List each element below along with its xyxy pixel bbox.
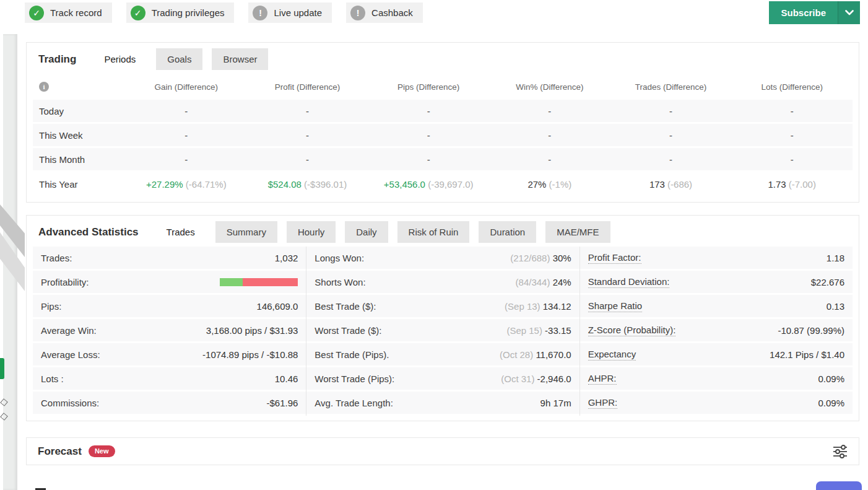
stat-row: Pips: 146,609.0: [33, 295, 306, 319]
stat-value: 146,609.0: [257, 301, 298, 312]
chip-label: Live update: [274, 7, 322, 18]
stat-label: Longs Won:: [315, 253, 364, 263]
tab-daily[interactable]: Daily: [345, 221, 388, 243]
stat-value: 1.18: [827, 253, 844, 263]
stats-column-1: Trades: 1,032 Profitability: Pips: 146,6…: [33, 247, 306, 416]
stat-value: $22.676: [811, 277, 844, 287]
cell-value: -: [427, 106, 430, 116]
stat-row: Average Win: 3,168.00 pips / $31.93: [33, 319, 306, 343]
exclamation-icon: !: [253, 6, 267, 20]
cell-value: -: [306, 106, 309, 116]
stat-row: Commissions: -$61.96: [33, 392, 306, 416]
subscribe-label: Subscribe: [781, 7, 826, 18]
stat-value: (Oct 31) -2,946.0: [501, 374, 571, 384]
column-header: Win% (Difference): [489, 82, 610, 92]
info-icon[interactable]: i: [39, 82, 49, 92]
background-green-button-edge: [0, 358, 4, 379]
stat-label-tooltip[interactable]: Sharpe Ratio: [588, 300, 643, 312]
panel-title: Trading: [38, 53, 76, 66]
stat-label: Lots :: [41, 374, 64, 384]
table-cell: -: [126, 106, 247, 116]
cell-value: 173: [649, 179, 665, 190]
stat-row: Average Loss: -1074.89 pips / -$10.88: [33, 343, 306, 367]
stat-label-tooltip[interactable]: AHPR:: [588, 373, 617, 385]
stat-value: 10.46: [275, 374, 298, 384]
tab-summary[interactable]: Summary: [215, 221, 277, 243]
table-cell: -: [610, 130, 732, 141]
stat-row: Profit Factor: 1.18: [580, 247, 853, 271]
stat-label: Avg. Trade Length:: [315, 398, 393, 408]
tab-duration[interactable]: Duration: [479, 221, 536, 243]
stat-row: Worst Trade ($): (Sep 15) -33.15: [306, 319, 579, 343]
stat-row: Z-Score (Probability): -10.87 (99.99%): [580, 319, 853, 343]
table-cell: -: [731, 154, 853, 165]
stat-value: 0.09%: [818, 398, 844, 408]
stat-value: -$61.96: [266, 398, 298, 408]
stat-label: Worst Trade (Pips):: [315, 374, 394, 384]
table-cell: -: [731, 106, 853, 116]
cell-value: -: [669, 130, 672, 141]
table-cell: 27% (-1%): [489, 179, 610, 190]
stat-label: Shorts Won:: [315, 277, 365, 287]
cell-value: -: [427, 154, 430, 165]
chip-live-update[interactable]: ! Live update: [248, 2, 332, 23]
cell-value: 27%: [527, 179, 546, 190]
cell-value: -: [548, 154, 551, 165]
status-chips: ✓ Track record ✓ Trading privileges ! Li…: [25, 2, 423, 23]
forecast-settings-button[interactable]: [833, 445, 848, 458]
stat-label-tooltip[interactable]: GHPR:: [588, 397, 618, 409]
stat-label-tooltip[interactable]: Z-Score (Probability):: [588, 325, 676, 336]
stat-row: Shorts Won: (84/344) 24%: [306, 271, 579, 295]
stat-value-main: -33.15: [545, 325, 571, 336]
stat-value: 9h 17m: [540, 398, 571, 408]
stat-row: Longs Won: (212/688) 30%: [306, 247, 579, 271]
cell-value: -: [184, 106, 188, 116]
panel-title: Forecast: [38, 445, 82, 458]
tab-periods[interactable]: Periods: [93, 48, 147, 70]
stat-value-main: -2,946.0: [537, 374, 571, 384]
chip-trading-privileges[interactable]: ✓ Trading privileges: [126, 2, 235, 23]
tab-browser[interactable]: Browser: [212, 48, 268, 70]
stat-label: Average Loss:: [41, 349, 100, 360]
stat-label-tooltip[interactable]: Profit Factor:: [588, 252, 641, 264]
cell-diff: (-64.71%): [186, 179, 227, 190]
cell-value: -: [184, 130, 188, 141]
subscribe-button[interactable]: Subscribe: [769, 1, 838, 24]
stat-label-tooltip[interactable]: Expectancy: [588, 349, 636, 361]
stat-value-detail: (84/344): [516, 277, 550, 287]
stat-label-tooltip[interactable]: Standard Deviation:: [588, 276, 670, 288]
advanced-statistics-panel: Advanced Statistics Trades Summary Hourl…: [26, 215, 859, 421]
chip-cashback[interactable]: ! Cashback: [346, 2, 423, 23]
stats-column-2: Longs Won: (212/688) 30% Shorts Won: (84…: [306, 247, 579, 416]
table-header-row: i Gain (Difference) Profit (Difference) …: [33, 74, 853, 100]
table-cell: -: [368, 154, 489, 165]
stat-value: (84/344) 24%: [516, 277, 571, 287]
stat-row: AHPR: 0.09%: [580, 367, 853, 392]
stat-row: Best Trade (Pips). (Oct 28) 11,670.0: [306, 343, 579, 367]
period-label: Today: [33, 106, 126, 116]
profitability-loss-segment: [243, 278, 298, 286]
forecast-panel: Forecast New: [26, 437, 859, 465]
tab-risk-of-ruin[interactable]: Risk of Ruin: [397, 221, 470, 243]
stat-row: Lots : 10.46: [33, 367, 306, 392]
cell-diff: (-39,697.0): [428, 179, 473, 190]
tab-goals[interactable]: Goals: [156, 48, 202, 70]
tab-hourly[interactable]: Hourly: [287, 221, 336, 243]
chip-label: Trading privileges: [152, 7, 225, 18]
stat-label: Profitability:: [41, 277, 89, 287]
tab-trades[interactable]: Trades: [155, 221, 206, 243]
chat-widget-button[interactable]: [816, 481, 862, 490]
stat-label: Worst Trade ($):: [315, 325, 381, 336]
forecast-header: Forecast New: [38, 445, 115, 458]
chip-track-record[interactable]: ✓ Track record: [25, 2, 112, 23]
table-cell: -: [610, 106, 732, 116]
stats-column-3: Profit Factor: 1.18 Standard Deviation: …: [579, 247, 853, 416]
cell-diff: (-686): [667, 179, 692, 190]
column-header: Profit (Difference): [247, 82, 368, 92]
stat-row: Sharpe Ratio 0.13: [580, 295, 853, 319]
table-cell: -: [247, 106, 368, 116]
cell-value: -: [791, 130, 794, 141]
table-row: This Month - - - - - -: [33, 148, 853, 172]
tab-mae-mfe[interactable]: MAE/MFE: [545, 221, 610, 243]
subscribe-dropdown-button[interactable]: [838, 1, 860, 24]
